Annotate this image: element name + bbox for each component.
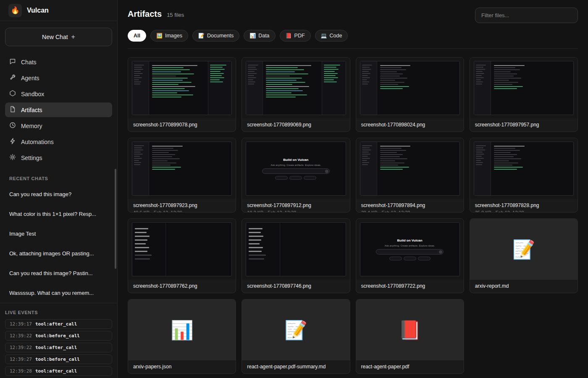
images-icon: 🖼️ [156, 33, 163, 39]
live-events-section: LIVE EVENTS 12:39:17tool:after_call12:39… [0, 303, 117, 378]
recent-chat-item[interactable]: Can you read this image? [5, 184, 112, 204]
app-logo-row: 🔥 Vulcan [0, 0, 117, 21]
sidebar-item-label: Sandbox [21, 91, 44, 97]
live-event-row: 12:39:22tool:after_call [5, 343, 112, 352]
filter-chip-documents[interactable]: 📝Documents [192, 30, 239, 42]
file-thumbnail: Build on VulcanAsk anything. Create arti… [356, 219, 464, 280]
file-card[interactable]: screenshot-1770897828.png35.0 KB · Feb 1… [470, 138, 578, 213]
file-card[interactable]: screenshot-1770899069.png [242, 57, 350, 132]
file-card[interactable]: screenshot-1770897894.png38.4 KB · Feb 1… [356, 138, 464, 213]
live-event-row: 12:39:22tool:before_call [5, 331, 112, 341]
pdf-icon: 📕 [286, 33, 292, 39]
filter-chips: All🖼️Images📝Documents📊Data📕PDF💻Code [128, 30, 578, 49]
files-grid: screenshot-1770899078.pngscreenshot-1770… [128, 57, 578, 374]
filter-chip-pdf[interactable]: 📕PDF [280, 30, 311, 42]
main-header: Artifacts 15 files [128, 0, 578, 23]
wrench-icon [9, 74, 16, 82]
chip-label: Code [330, 33, 342, 39]
file-card[interactable]: 📝react-agent-paper.pdf-summary.md [242, 299, 350, 374]
file-card[interactable]: 📝arxiv-report.md [470, 218, 578, 293]
file-card[interactable]: screenshot-1770897923.png40.6 KB · Feb 1… [128, 138, 236, 213]
chip-label: All [134, 33, 140, 39]
hexagon-icon [9, 90, 16, 98]
sidebar-item-settings[interactable]: Settings [5, 150, 112, 165]
event-label: tool:after_call [35, 321, 77, 327]
file-name: screenshot-1770898024.png [361, 122, 459, 128]
new-chat-label: New Chat [42, 34, 68, 40]
sidebar-item-artifacts[interactable]: Artifacts [5, 102, 112, 117]
file-name: screenshot-1770897762.png [133, 283, 231, 289]
recent-chat-item[interactable]: What color is this 1×1 pixel? Resp... [5, 204, 112, 224]
file-name: screenshot-1770897912.png [247, 202, 344, 208]
file-name: screenshot-1770897923.png [133, 202, 231, 208]
recent-chats-title: RECENT CHATS [9, 176, 108, 181]
file-thumbnail: Build on VulcanAsk anything. Create arti… [242, 138, 349, 199]
file-name: screenshot-1770897957.png [475, 122, 572, 128]
file-card[interactable]: Build on VulcanAsk anything. Create arti… [242, 138, 350, 213]
sidebar-item-label: Artifacts [21, 107, 42, 113]
event-time: 12:39:17 [10, 321, 32, 327]
file-name: screenshot-1770897746.png [247, 283, 344, 289]
filter-chip-all[interactable]: All [128, 30, 146, 42]
file-card[interactable]: screenshot-1770899078.png [128, 57, 236, 132]
chip-label: Images [165, 33, 182, 39]
file-card[interactable]: screenshot-1770897746.png [242, 218, 350, 293]
sidebar-item-chats[interactable]: Chats [5, 55, 112, 69]
file-card-footer: arxiv-papers.json [128, 360, 236, 370]
filter-chip-images[interactable]: 🖼️Images [150, 30, 188, 42]
file-name: screenshot-1770897828.png [475, 202, 572, 208]
event-label: tool:after_call [35, 368, 77, 374]
app-name: Vulcan [27, 7, 49, 14]
file-count: 15 files [167, 12, 184, 18]
file-card[interactable]: 📊arxiv-papers.json [128, 299, 236, 374]
file-thumbnail [242, 219, 349, 280]
sidebar-scrollbar[interactable] [115, 169, 116, 269]
filter-chip-code[interactable]: 💻Code [315, 30, 348, 42]
recent-chat-item[interactable]: Ok, attaching images OR pasting... [5, 244, 112, 263]
file-thumbnail [242, 58, 349, 118]
file-name: screenshot-1770897894.png [361, 202, 459, 208]
recent-chat-item[interactable]: Can you read this image? Pastin... [5, 263, 112, 283]
file-card-footer: screenshot-1770897894.png38.4 KB · Feb 1… [356, 199, 464, 213]
code-icon: 💻 [321, 33, 327, 39]
file-card[interactable]: Build on VulcanAsk anything. Create arti… [356, 218, 464, 293]
clock-icon [9, 122, 16, 130]
live-events-title: LIVE EVENTS [5, 310, 112, 315]
recent-chat-item[interactable]: Wassssup. What can you remem... [5, 283, 112, 303]
filter-chip-data[interactable]: 📊Data [244, 30, 275, 42]
sidebar-item-agents[interactable]: Agents [5, 71, 112, 85]
filter-input[interactable] [475, 8, 578, 23]
file-card-footer: screenshot-1770897912.png18.2 KB · Feb 1… [242, 199, 349, 213]
file-type-icon: 📕 [356, 299, 464, 360]
flame-logo-icon: 🔥 [8, 4, 22, 17]
new-chat-button[interactable]: New Chat + [5, 28, 112, 46]
recent-chat-item[interactable]: Image Test [5, 224, 112, 244]
live-event-row: 12:39:28tool:after_call [5, 366, 112, 376]
file-name: react-agent-paper.pdf-summary.md [247, 364, 344, 370]
event-label: tool:before_call [35, 333, 80, 339]
file-card[interactable]: screenshot-1770897957.png [470, 57, 578, 132]
file-thumbnail [128, 58, 236, 118]
file-card-footer: screenshot-1770897722.png [356, 280, 464, 289]
sidebar-item-sandbox[interactable]: Sandbox [5, 87, 112, 101]
file-card[interactable]: 📕react-agent-paper.pdf [356, 299, 464, 374]
event-time: 12:39:22 [10, 345, 32, 350]
file-thumbnail [470, 58, 578, 118]
file-card-footer: arxiv-report.md [470, 280, 578, 289]
main-content: Artifacts 15 files All🖼️Images📝Documents… [118, 0, 588, 378]
file-type-icon: 📝 [470, 219, 578, 280]
file-thumbnail [128, 138, 236, 199]
file-name: arxiv-papers.json [133, 364, 231, 370]
file-card-footer: screenshot-1770898024.png [356, 118, 464, 128]
sidebar-item-automations[interactable]: Automations [5, 134, 112, 149]
file-name: screenshot-1770899078.png [133, 122, 231, 128]
live-event-row: 12:39:27tool:before_call [5, 354, 112, 364]
file-type-icon: 📊 [128, 299, 236, 360]
event-time: 12:39:28 [10, 368, 32, 374]
sidebar-item-label: Automations [21, 139, 54, 145]
file-thumbnail [356, 138, 464, 199]
file-card[interactable]: screenshot-1770898024.png [356, 57, 464, 132]
sidebar-item-label: Chats [21, 59, 37, 66]
sidebar-item-memory[interactable]: Memory [5, 118, 112, 133]
file-card[interactable]: screenshot-1770897762.png [128, 218, 236, 293]
